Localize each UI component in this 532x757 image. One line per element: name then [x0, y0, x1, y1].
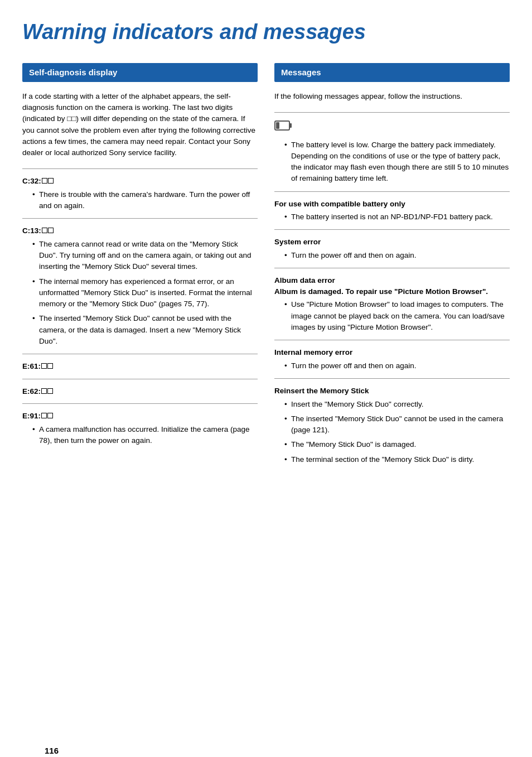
code-divider-1: [22, 354, 258, 354]
msg-4-bullet-1: The inserted "Memory Stick Duo" cannot b…: [284, 413, 510, 436]
left-intro-text: If a code starting with a letter of the …: [22, 91, 258, 159]
battery-icon-section: The battery level is low. Charge the bat…: [274, 119, 510, 185]
msg-divider-0: [274, 229, 510, 230]
msg-2-bullet-0: Use "Picture Motion Browser" to load ima…: [284, 299, 510, 333]
msg-3-bullet-0: Turn the power off and then on again.: [284, 360, 510, 372]
left-column: Self-diagnosis display If a code startin…: [22, 63, 258, 450]
messages-container: For use with compatible battery onlyThe …: [274, 199, 510, 465]
msg-1-bullet-0: Turn the power off and then on again.: [284, 250, 510, 261]
msg-heading-4: Reinsert the Memory Stick: [274, 385, 510, 397]
battery-bullets: The battery level is low. Charge the bat…: [274, 139, 510, 185]
code-label-3: E:62:: [22, 386, 258, 397]
code-label-1: C:13:: [22, 225, 258, 237]
msg-heading-2: Album data errorAlbum is damaged. To rep…: [274, 275, 510, 297]
msg-0-bullet-0: The battery inserted is not an NP-BD1/NP…: [284, 211, 510, 223]
right-section-header: Messages: [274, 63, 510, 82]
code-label-0: C:32:: [22, 176, 258, 187]
code-1-bullet-1: The internal memory has experienced a fo…: [32, 276, 258, 310]
battery-bullet-0: The battery level is low. Charge the bat…: [284, 139, 510, 185]
svg-rect-1: [289, 123, 292, 128]
left-section-header: Self-diagnosis display: [22, 63, 258, 82]
page-number: 116: [45, 745, 59, 757]
msg-divider-2: [274, 340, 510, 340]
divider-msg1: [274, 191, 510, 192]
code-label-2: E:61:: [22, 361, 258, 372]
code-divider-3: [22, 403, 258, 404]
right-column: Messages If the following messages appea…: [274, 63, 510, 469]
code-label-4: E:91:: [22, 411, 258, 422]
divider-battery: [274, 112, 510, 113]
svg-rect-2: [276, 122, 279, 129]
codes-container: C:32:There is trouble with the camera's …: [22, 176, 258, 446]
code-1-bullet-0: The camera cannot read or write data on …: [32, 239, 258, 273]
code-4-bullet-0: A camera malfunction has occurred. Initi…: [32, 424, 258, 447]
divider-1: [22, 168, 258, 169]
right-intro-text: If the following messages appear, follow…: [274, 91, 510, 102]
msg-heading-1: System error: [274, 237, 510, 248]
msg-4-bullet-3: The terminal section of the "Memory Stic…: [284, 454, 510, 465]
code-0-bullet-0: There is trouble with the camera's hardw…: [32, 189, 258, 212]
msg-4-bullet-0: Insert the "Memory Stick Duo" correctly.: [284, 399, 510, 410]
msg-heading-3: Internal memory error: [274, 347, 510, 358]
page-title: Warning indicators and messages: [22, 17, 510, 47]
msg-divider-3: [274, 378, 510, 379]
code-divider-0: [22, 218, 258, 219]
msg-divider-1: [274, 268, 510, 268]
battery-low-icon: [274, 119, 292, 132]
code-divider-2: [22, 379, 258, 379]
msg-heading-0: For use with compatible battery only: [274, 199, 510, 210]
code-1-bullet-2: The inserted "Memory Stick Duo" cannot b…: [32, 313, 258, 347]
msg-4-bullet-2: The "Memory Stick Duo" is damaged.: [284, 439, 510, 450]
